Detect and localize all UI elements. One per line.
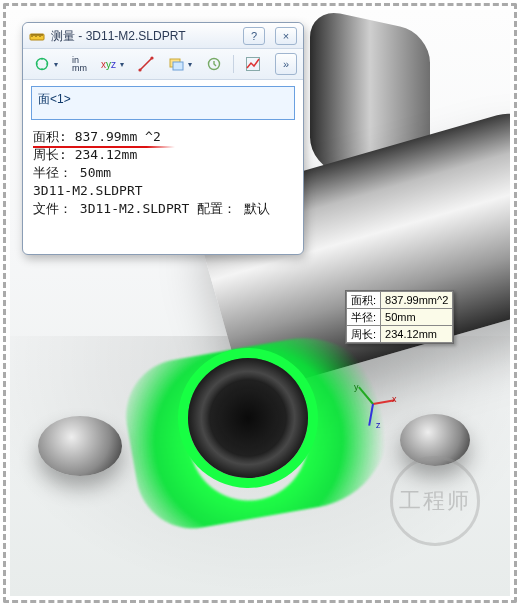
units-button[interactable]: in mm <box>67 53 92 75</box>
flyout-row: 周长: 234.12mm <box>347 326 453 343</box>
sensor-graph-button[interactable] <box>240 53 266 75</box>
point-to-point-icon <box>138 56 154 72</box>
flyout-val: 837.99mm^2 <box>381 292 453 309</box>
flyout-table: 面积: 837.99mm^2 半径: 50mm 周长: 234.12mm <box>346 291 453 343</box>
axis-z-label: z <box>376 420 381 430</box>
results-panel: 面积: 837.99mm ^2 周长: 234.12mm 半径： 50mm 3D… <box>23 124 303 254</box>
measure-icon <box>29 28 45 44</box>
svg-point-1 <box>37 59 48 70</box>
close-icon: × <box>283 30 289 42</box>
model-lug-left <box>38 416 122 476</box>
chevron-down-icon: ▾ <box>54 60 58 69</box>
xyz-button[interactable]: xyz ▾ <box>96 53 129 75</box>
flyout-row: 面积: 837.99mm^2 <box>347 292 453 309</box>
flyout-val: 50mm <box>381 309 453 326</box>
flyout-key: 周长: <box>347 326 381 343</box>
result-area: 面积: 837.99mm ^2 <box>33 128 293 146</box>
measurement-flyout[interactable]: 面积: 837.99mm^2 半径: 50mm 周长: 234.12mm <box>345 290 454 344</box>
chevron-down-icon: ▾ <box>188 60 192 69</box>
result-part: 3D11-M2.SLDPRT <box>33 182 293 200</box>
svg-line-2 <box>140 58 152 70</box>
measure-dialog[interactable]: 测量 - 3D11-M2.SLDPRT ? × ▾ in mm xyz ▾ ▾ <box>22 22 304 255</box>
axis-y <box>358 387 374 405</box>
axis-z <box>368 404 374 426</box>
arc-measure-button[interactable]: ▾ <box>29 53 63 75</box>
expand-icon: » <box>283 58 289 70</box>
axis-y-label: y <box>354 382 359 392</box>
dialog-toolbar: ▾ in mm xyz ▾ ▾ » <box>23 49 303 80</box>
xyz-label: xyz <box>101 59 116 70</box>
svg-point-3 <box>138 68 141 71</box>
projected-button[interactable]: ▾ <box>163 53 197 75</box>
history-button[interactable] <box>201 53 227 75</box>
flyout-key: 半径: <box>347 309 381 326</box>
dialog-titlebar[interactable]: 测量 - 3D11-M2.SLDPRT ? × <box>23 23 303 49</box>
help-icon: ? <box>251 30 257 42</box>
close-button[interactable]: × <box>275 27 297 45</box>
result-file: 文件： 3D11-M2.SLDPRT 配置： 默认 <box>33 200 293 218</box>
flyout-row: 半径: 50mm <box>347 309 453 326</box>
svg-rect-6 <box>173 62 183 70</box>
watermark-text: 工程师 <box>399 486 471 516</box>
help-button[interactable]: ? <box>243 27 265 45</box>
result-radius: 半径： 50mm <box>33 164 293 182</box>
selection-value: 面<1> <box>38 92 71 106</box>
units-label: in mm <box>72 56 87 72</box>
point-to-point-button[interactable] <box>133 53 159 75</box>
result-perimeter: 周长: 234.12mm <box>33 146 293 164</box>
watermark-stamp: 工程师 <box>390 456 480 546</box>
flyout-key: 面积: <box>347 292 381 309</box>
projected-icon <box>168 56 184 72</box>
graph-icon <box>245 56 261 72</box>
history-icon <box>206 56 222 72</box>
svg-point-4 <box>150 56 153 59</box>
toolbar-separator <box>233 55 234 73</box>
dialog-title: 测量 - 3D11-M2.SLDPRT <box>51 28 237 45</box>
arc-measure-icon <box>34 56 50 72</box>
orientation-triad[interactable]: x y z <box>348 378 398 428</box>
flyout-val: 234.12mm <box>381 326 453 343</box>
pin-expand-button[interactable]: » <box>275 53 297 75</box>
axis-x-label: x <box>392 394 397 404</box>
chevron-down-icon: ▾ <box>120 60 124 69</box>
selection-field[interactable]: 面<1> <box>31 86 295 120</box>
